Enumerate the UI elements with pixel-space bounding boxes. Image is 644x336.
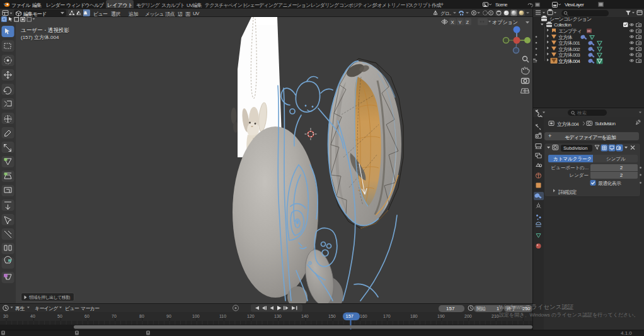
svg-text:検索: 検索	[577, 110, 587, 116]
